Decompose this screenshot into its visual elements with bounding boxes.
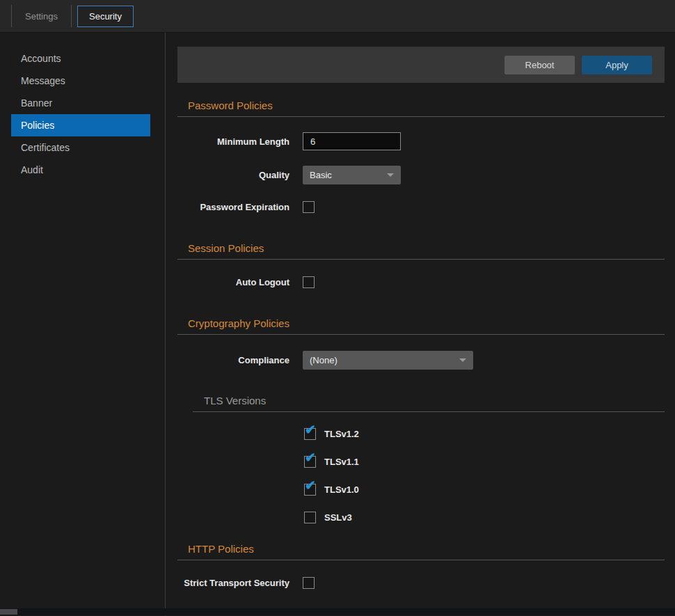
tlsv11-label: TLSv1.1 (324, 457, 359, 467)
tlsv10-label: TLSv1.0 (324, 484, 359, 495)
tlsv11-checkbox[interactable]: ✔ (304, 456, 316, 468)
tab-separator (11, 5, 12, 27)
check-icon: ✔ (305, 423, 316, 436)
tlsv10-checkbox[interactable]: ✔ (304, 484, 316, 496)
sidebar-item-banner[interactable]: Banner (0, 92, 165, 114)
strict-transport-security-checkbox[interactable]: ✔ (303, 577, 315, 589)
strict-transport-security-row: Strict Transport Security ✔ (177, 577, 665, 589)
auto-logout-row: Auto Logout ✔ (177, 276, 665, 288)
quality-row: Quality Basic (177, 166, 665, 184)
tlsv11-row: ✔ TLSv1.1 (304, 456, 665, 468)
top-tab-bar: Settings Security (0, 0, 675, 33)
tab-separator (71, 5, 72, 27)
compliance-selected-value: (None) (310, 355, 338, 365)
http-policies-title: HTTP Policies (188, 543, 665, 555)
sidebar-item-audit[interactable]: Audit (0, 159, 165, 181)
sidebar-item-policies[interactable]: Policies (11, 114, 150, 136)
minimum-length-input[interactable] (303, 132, 401, 150)
security-settings-page: Settings Security Accounts Messages Bann… (0, 0, 675, 616)
sidebar-item-messages[interactable]: Messages (0, 70, 165, 92)
sidebar-item-certificates[interactable]: Certificates (0, 136, 165, 159)
section-divider (177, 334, 665, 335)
subsection-divider (193, 411, 665, 412)
horizontal-scrollbar[interactable] (0, 608, 675, 615)
tlsv12-label: TLSv1.2 (324, 429, 359, 439)
tlsv12-checkbox[interactable]: ✔ (304, 428, 316, 440)
tls-versions-title: TLS Versions (204, 395, 665, 406)
tlsv10-row: ✔ TLSv1.0 (304, 484, 665, 496)
auto-logout-checkbox[interactable]: ✔ (303, 276, 315, 288)
apply-button[interactable]: Apply (582, 56, 652, 74)
check-icon: ✔ (305, 479, 316, 492)
sslv3-label: SSLv3 (324, 512, 352, 523)
section-divider (177, 116, 665, 117)
chevron-down-icon (387, 173, 394, 177)
tlsv12-row: ✔ TLSv1.2 (304, 428, 665, 440)
chevron-down-icon (459, 358, 466, 362)
compliance-select[interactable]: (None) (303, 351, 473, 370)
password-expiration-row: Password Expiration ✔ (177, 201, 665, 213)
quality-selected-value: Basic (310, 170, 332, 180)
check-icon: ✔ (305, 451, 316, 464)
horizontal-scrollbar-thumb[interactable] (0, 609, 17, 615)
section-divider (177, 259, 665, 260)
password-expiration-label: Password Expiration (177, 202, 289, 212)
minimum-length-row: Minimum Length (177, 132, 665, 150)
action-toolbar: Reboot Apply (177, 47, 665, 83)
session-policies-title: Session Policies (188, 242, 665, 254)
minimum-length-label: Minimum Length (177, 136, 289, 147)
compliance-label: Compliance (177, 355, 289, 365)
sidebar-item-accounts[interactable]: Accounts (0, 47, 165, 70)
tab-settings[interactable]: Settings (13, 6, 70, 26)
sidebar-nav: Accounts Messages Banner Policies Certif… (0, 33, 166, 616)
section-divider (177, 560, 665, 560)
sslv3-row: ✔ SSLv3 (304, 512, 665, 523)
password-policies-title: Password Policies (188, 100, 665, 111)
reboot-button[interactable]: Reboot (505, 56, 575, 74)
tab-security[interactable]: Security (77, 6, 134, 27)
quality-label: Quality (177, 170, 289, 180)
auto-logout-label: Auto Logout (177, 277, 289, 287)
compliance-row: Compliance (None) (177, 351, 665, 370)
strict-transport-security-label: Strict Transport Security (177, 578, 289, 588)
main-content: Reboot Apply Password Policies Minimum L… (166, 33, 675, 616)
password-expiration-checkbox[interactable]: ✔ (303, 201, 315, 213)
quality-select[interactable]: Basic (303, 166, 401, 184)
cryptography-policies-title: Cryptography Policies (188, 317, 665, 329)
sslv3-checkbox[interactable]: ✔ (304, 512, 316, 523)
